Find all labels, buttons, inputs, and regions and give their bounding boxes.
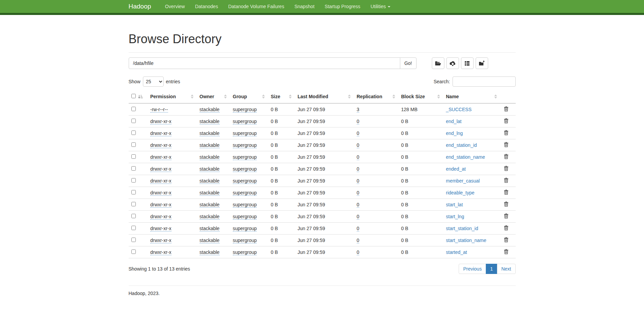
delete-file-button[interactable] [503,178,509,183]
file-link-started_at[interactable]: started_at [446,249,467,255]
file-link-start_station_name[interactable]: start_station_name [446,238,486,243]
replication-value[interactable]: 0 [357,202,360,208]
permission-value[interactable]: drwxr-xr-x [150,202,171,208]
nav-item-datanode-volume-failures[interactable]: Datanode Volume Failures [223,0,289,14]
group-value[interactable]: supergroup [233,238,257,243]
delete-file-button[interactable] [503,154,509,159]
owner-value[interactable]: stackable [200,119,220,124]
group-value[interactable]: supergroup [233,190,257,196]
delete-file-button[interactable] [503,118,509,123]
owner-value[interactable]: stackable [200,214,220,220]
replication-value[interactable]: 0 [357,178,360,184]
owner-value[interactable]: stackable [200,107,220,113]
upload-file-button[interactable] [446,57,459,69]
column-header-last-modified[interactable]: Last Modified [295,91,354,103]
row-checkbox[interactable] [131,202,136,206]
go-button[interactable]: Go! [400,57,417,69]
group-value[interactable]: supergroup [233,214,257,220]
row-checkbox[interactable] [131,107,136,111]
permission-value[interactable]: drwxr-xr-x [150,166,171,172]
delete-file-button[interactable] [503,166,509,171]
page-size-select[interactable]: 25 [143,76,164,87]
nav-item-datanodes[interactable]: Datanodes [190,0,223,14]
row-checkbox[interactable] [131,119,136,123]
file-link-start_lat[interactable]: start_lat [446,202,463,207]
nav-item-overview[interactable]: Overview [160,0,190,14]
replication-value[interactable]: 0 [357,214,360,220]
delete-file-button[interactable] [503,190,509,195]
file-list-button[interactable] [461,57,474,69]
nav-item-snapshot[interactable]: Snapshot [289,0,319,14]
row-checkbox[interactable] [131,214,136,218]
pagination-next[interactable]: Next [497,264,516,274]
row-checkbox[interactable] [131,238,136,242]
replication-value[interactable]: 0 [357,119,360,124]
replication-value[interactable]: 0 [357,190,360,196]
owner-value[interactable]: stackable [200,131,220,136]
brand-hadoop[interactable]: Hadoop [129,3,151,10]
file-link-start_station_id[interactable]: start_station_id [446,226,478,231]
permission-value[interactable]: drwxr-xr-x [150,178,171,184]
replication-value[interactable]: 0 [357,249,360,255]
permission-value[interactable]: drwxr-xr-x [150,131,171,136]
owner-value[interactable]: stackable [200,249,220,255]
replication-value[interactable]: 0 [357,226,360,231]
owner-value[interactable]: stackable [200,142,220,148]
permission-value[interactable]: drwxr-xr-x [150,142,171,148]
replication-value[interactable]: 0 [357,238,360,243]
owner-value[interactable]: stackable [200,238,220,243]
permission-value[interactable]: -rw-r--r-- [150,107,168,113]
file-link-end_station_name[interactable]: end_station_name [446,154,485,160]
file-link-end_lng[interactable]: end_lng [446,131,463,136]
owner-value[interactable]: stackable [200,154,220,160]
row-checkbox[interactable] [131,249,136,254]
column-header-block-size[interactable]: Block Size [399,91,443,103]
search-input[interactable] [453,76,516,87]
delete-file-button[interactable] [503,106,509,111]
delete-file-button[interactable] [503,202,509,207]
group-value[interactable]: supergroup [233,154,257,160]
permission-value[interactable]: drwxr-xr-x [150,119,171,124]
column-header-replication[interactable]: Replication [354,91,399,103]
owner-value[interactable]: stackable [200,226,220,231]
replication-value[interactable]: 0 [357,166,360,172]
column-header-permission[interactable]: Permission [148,91,197,103]
replication-value[interactable]: 3 [357,107,360,113]
row-checkbox[interactable] [131,131,136,135]
delete-file-button[interactable] [503,142,509,147]
group-value[interactable]: supergroup [233,131,257,136]
group-value[interactable]: supergroup [233,202,257,208]
permission-value[interactable]: drwxr-xr-x [150,214,171,220]
column-header-owner[interactable]: Owner [197,91,230,103]
file-link-start_lng[interactable]: start_lng [446,214,464,219]
owner-value[interactable]: stackable [200,166,220,172]
row-checkbox[interactable] [131,178,136,183]
nav-item-utilities[interactable]: Utilities [365,0,395,14]
permission-value[interactable]: drwxr-xr-x [150,226,171,231]
replication-value[interactable]: 0 [357,131,360,136]
group-value[interactable]: supergroup [233,249,257,255]
owner-value[interactable]: stackable [200,190,220,196]
file-link-end_station_id[interactable]: end_station_id [446,142,477,148]
file-link-_SUCCESS[interactable]: _SUCCESS [446,107,472,112]
file-link-ended_at[interactable]: ended_at [446,166,466,172]
row-checkbox[interactable] [131,190,136,194]
replication-value[interactable]: 0 [357,142,360,148]
file-link-end_lat[interactable]: end_lat [446,119,462,124]
directory-path-input[interactable] [129,57,400,69]
group-value[interactable]: supergroup [233,178,257,184]
group-value[interactable]: supergroup [233,142,257,148]
pagination-previous[interactable]: Previous [459,264,486,274]
permission-value[interactable]: drwxr-xr-x [150,238,171,243]
group-value[interactable]: supergroup [233,166,257,172]
replication-value[interactable]: 0 [357,154,360,160]
open-folder-button[interactable] [432,57,444,69]
create-directory-button[interactable] [476,57,488,69]
permission-value[interactable]: drwxr-xr-x [150,249,171,255]
group-value[interactable]: supergroup [233,226,257,231]
column-header-name[interactable]: Name [443,91,500,103]
row-checkbox[interactable] [131,166,136,171]
file-link-rideable_type[interactable]: rideable_type [446,190,475,195]
column-header-group[interactable]: Group [230,91,268,103]
delete-file-button[interactable] [503,130,509,135]
